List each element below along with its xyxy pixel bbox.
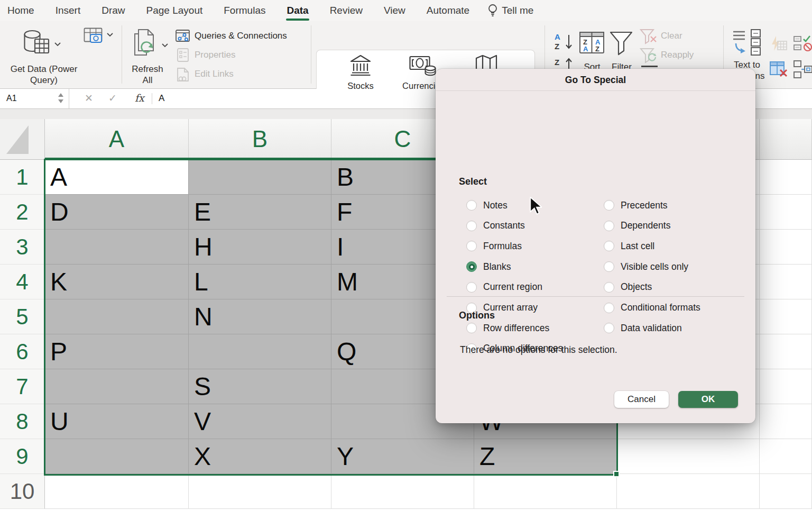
cell-A4[interactable]: K	[45, 265, 189, 299]
cell-B10[interactable]	[189, 474, 331, 509]
cell-F4[interactable]	[760, 265, 812, 299]
stocks-button[interactable]: Stocks	[329, 53, 392, 91]
cancel-entry-icon[interactable]: ✕	[85, 92, 93, 104]
refresh-all-icon[interactable]	[132, 29, 159, 58]
tab-view[interactable]: View	[384, 5, 405, 16]
consolidate-icon[interactable]	[793, 60, 812, 78]
radio-row-differences[interactable]	[466, 323, 477, 333]
column-header-F[interactable]	[760, 119, 812, 160]
refresh-all-dropdown-icon[interactable]	[162, 43, 168, 48]
get-data-icon[interactable]	[21, 30, 52, 57]
get-data-dropdown-icon[interactable]	[54, 42, 61, 47]
text-to-columns-icon[interactable]	[732, 29, 762, 57]
cell-A5[interactable]	[45, 299, 189, 334]
radio-formulas[interactable]	[466, 241, 477, 251]
row-header-7[interactable]: 7	[0, 369, 45, 404]
cancel-button[interactable]: Cancel	[614, 391, 669, 408]
cell-B4[interactable]: L	[189, 265, 331, 299]
cell-B3[interactable]: H	[189, 230, 331, 265]
cell-F8[interactable]	[760, 404, 812, 439]
option-data-validation[interactable]: Data validation	[604, 323, 682, 333]
queries-connections-button[interactable]: Queries & Connections	[195, 31, 287, 41]
cell-B6[interactable]	[189, 334, 331, 369]
cell-F5[interactable]	[760, 299, 812, 334]
select-all-corner[interactable]	[0, 119, 45, 160]
option-constants[interactable]: Constants	[466, 221, 525, 231]
ok-button[interactable]: OK	[678, 391, 738, 408]
cell-A6[interactable]: P	[45, 334, 189, 369]
option-objects[interactable]: Objects	[604, 282, 652, 293]
cell-F3[interactable]	[760, 230, 812, 265]
row-header-4[interactable]: 4	[0, 265, 45, 299]
from-picture-icon[interactable]	[84, 28, 106, 44]
cell-F1[interactable]	[760, 160, 812, 195]
cell-A9[interactable]	[45, 439, 189, 474]
option-last-cell[interactable]: Last cell	[604, 241, 654, 251]
row-header-10[interactable]: 10	[0, 474, 45, 509]
radio-visible-cells-only[interactable]	[604, 261, 614, 272]
cell-B9[interactable]: X	[189, 439, 331, 474]
cell-B7[interactable]: S	[189, 369, 331, 404]
filter-icon[interactable]	[609, 31, 633, 56]
row-header-2[interactable]: 2	[0, 195, 45, 230]
cell-A2[interactable]: D	[45, 195, 189, 230]
radio-notes[interactable]	[466, 200, 477, 211]
tell-me-button[interactable]: Tell me	[487, 4, 533, 17]
formula-input[interactable]: A	[159, 93, 164, 104]
radio-dependents[interactable]	[604, 221, 614, 231]
confirm-entry-icon[interactable]: ✓	[108, 92, 117, 104]
radio-precedents[interactable]	[604, 200, 614, 211]
cell-B5[interactable]: N	[189, 299, 331, 334]
cell-A3[interactable]	[45, 230, 189, 265]
cell-D9[interactable]: Z	[474, 439, 617, 474]
radio-objects[interactable]	[604, 282, 614, 293]
cell-C9[interactable]: Y	[331, 439, 474, 474]
column-header-A[interactable]: A	[45, 119, 189, 160]
cell-A8[interactable]: U	[45, 404, 189, 439]
cell-C10[interactable]	[331, 474, 474, 509]
refresh-all-button[interactable]: Refresh All	[126, 63, 169, 86]
option-current-region[interactable]: Current region	[466, 282, 542, 293]
sort-ascending-icon[interactable]: A Z	[554, 32, 573, 57]
radio-constants[interactable]	[466, 221, 477, 231]
tab-insert[interactable]: Insert	[56, 5, 81, 16]
row-header-6[interactable]: 6	[0, 334, 45, 369]
radio-data-validation[interactable]	[604, 323, 614, 333]
cell-B2[interactable]: E	[189, 195, 331, 230]
radio-last-cell[interactable]	[604, 241, 614, 251]
tab-review[interactable]: Review	[330, 5, 363, 16]
cell-E9[interactable]	[617, 439, 760, 474]
tab-home[interactable]: Home	[7, 5, 34, 16]
tab-page-layout[interactable]: Page Layout	[146, 5, 203, 16]
tab-draw[interactable]: Draw	[102, 5, 125, 16]
row-header-8[interactable]: 8	[0, 404, 45, 439]
cell-F10[interactable]	[760, 474, 812, 509]
option-blanks[interactable]: Blanks	[466, 261, 511, 272]
cell-F7[interactable]	[760, 369, 812, 404]
cell-E10[interactable]	[617, 474, 760, 509]
name-box[interactable]: A1	[0, 89, 69, 108]
option-notes[interactable]: Notes	[466, 200, 508, 211]
selection-fill-handle[interactable]	[613, 471, 620, 477]
cell-A1[interactable]: A	[45, 160, 189, 195]
option-precedents[interactable]: Precedents	[604, 200, 668, 211]
radio-current-region[interactable]	[466, 282, 477, 293]
option-row-differences[interactable]: Row differences	[466, 323, 549, 333]
sort-icon[interactable]: Z A A Z	[579, 31, 605, 55]
cell-B8[interactable]: V	[189, 404, 331, 439]
get-data-button[interactable]: Get Data (Power Query)	[4, 63, 84, 86]
name-box-spinner-down-icon[interactable]	[58, 99, 63, 103]
tab-automate[interactable]: Automate	[427, 5, 469, 16]
insert-function-icon[interactable]: fx	[135, 92, 144, 104]
radio-conditional-formats[interactable]	[604, 303, 614, 313]
radio-blanks[interactable]	[466, 261, 477, 272]
column-header-B[interactable]: B	[189, 119, 331, 160]
row-header-5[interactable]: 5	[0, 299, 45, 334]
from-picture-dropdown-icon[interactable]	[107, 33, 113, 37]
option-conditional-formats[interactable]: Conditional formats	[604, 303, 700, 313]
name-box-spinner-up-icon[interactable]	[58, 93, 63, 97]
cell-A10[interactable]	[45, 474, 189, 509]
tab-formulas[interactable]: Formulas	[224, 5, 265, 16]
cell-A7[interactable]	[45, 369, 189, 404]
cell-B1[interactable]	[189, 160, 331, 195]
